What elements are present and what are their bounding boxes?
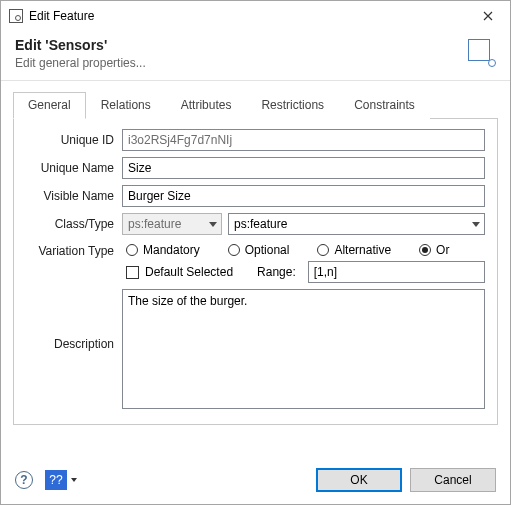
- label-description: Description: [26, 289, 122, 351]
- header-subtitle: Edit general properties...: [15, 56, 496, 70]
- visible-name-field[interactable]: [122, 185, 485, 207]
- titlebar: Edit Feature: [1, 1, 510, 31]
- label-default-selected: Default Selected: [145, 265, 233, 279]
- tab-relations[interactable]: Relations: [86, 92, 166, 119]
- header: Edit 'Sensors' Edit general properties..…: [1, 31, 510, 80]
- radio-mandatory[interactable]: Mandatory: [126, 243, 200, 257]
- label-unique-id: Unique ID: [26, 133, 122, 147]
- tab-constraints[interactable]: Constraints: [339, 92, 430, 119]
- help-button[interactable]: ?: [15, 471, 33, 489]
- help-dropdown-button[interactable]: ??: [45, 470, 67, 490]
- chevron-down-icon: [472, 222, 480, 227]
- checkbox-default-selected[interactable]: [126, 266, 139, 279]
- tab-attributes[interactable]: Attributes: [166, 92, 247, 119]
- help-icon: ?: [20, 473, 27, 487]
- radio-alternative[interactable]: Alternative: [317, 243, 391, 257]
- tab-restrictions[interactable]: Restrictions: [246, 92, 339, 119]
- close-button[interactable]: [465, 1, 510, 31]
- feature-large-icon: [468, 39, 496, 67]
- class-type-value: ps:feature: [234, 217, 287, 231]
- dialog-edit-feature: Edit Feature Edit 'Sensors' Edit general…: [0, 0, 511, 505]
- variation-radio-group: Mandatory Optional Alternative Or: [122, 241, 485, 261]
- chevron-down-icon: [209, 222, 217, 227]
- label-variation-type: Variation Type: [26, 241, 122, 258]
- chevron-down-icon: [71, 478, 77, 482]
- unique-id-field: [122, 129, 485, 151]
- feature-icon: [9, 9, 23, 23]
- general-panel: Unique ID Unique Name Visible Name Class…: [13, 119, 498, 425]
- header-title: Edit 'Sensors': [15, 37, 496, 53]
- class-type-combo[interactable]: ps:feature: [228, 213, 485, 235]
- radio-optional[interactable]: Optional: [228, 243, 290, 257]
- label-unique-name: Unique Name: [26, 161, 122, 175]
- close-icon: [483, 11, 493, 21]
- label-range: Range:: [257, 265, 296, 279]
- label-visible-name: Visible Name: [26, 189, 122, 203]
- tab-general[interactable]: General: [13, 92, 86, 119]
- footer: ? ?? OK Cancel: [1, 458, 510, 504]
- description-field[interactable]: [122, 289, 485, 409]
- label-class-type: Class/Type: [26, 217, 122, 231]
- window-title: Edit Feature: [29, 9, 465, 23]
- cancel-button[interactable]: Cancel: [410, 468, 496, 492]
- class-fixed-combo: ps:feature: [122, 213, 222, 235]
- ok-button[interactable]: OK: [316, 468, 402, 492]
- unique-name-field[interactable]: [122, 157, 485, 179]
- tab-bar: General Relations Attributes Restriction…: [13, 91, 498, 119]
- range-field[interactable]: [308, 261, 485, 283]
- class-fixed-value: ps:feature: [128, 217, 181, 231]
- radio-or[interactable]: Or: [419, 243, 449, 257]
